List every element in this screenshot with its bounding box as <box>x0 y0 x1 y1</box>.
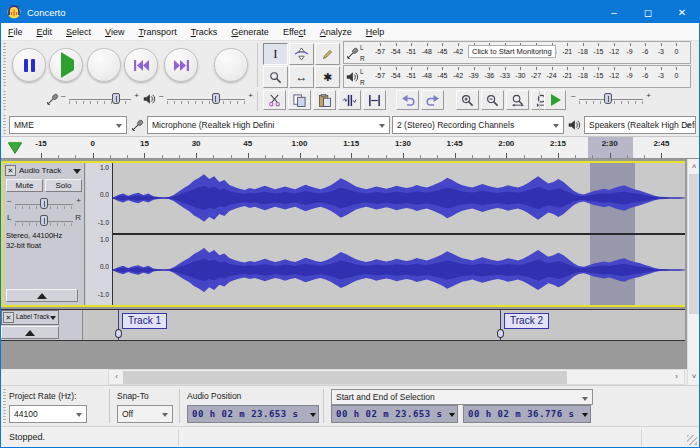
pause-button[interactable] <box>12 48 46 82</box>
timeline-minor-tick <box>282 155 283 158</box>
track-menu-arrow-icon[interactable] <box>50 316 56 320</box>
selection-tool[interactable]: I <box>263 43 288 65</box>
recording-device-select[interactable]: Microphone (Realtek High Defini <box>147 116 390 134</box>
scroll-right-icon[interactable]: › <box>670 370 683 384</box>
menu-view[interactable]: View <box>98 25 131 39</box>
playback-meter[interactable]: LR-57-54-51-48-45-42-39-36-33-30-27-24-2… <box>343 65 691 88</box>
timeshift-tool[interactable]: ↔ <box>289 66 314 88</box>
waveform-display[interactable] <box>113 163 685 305</box>
play-speed-thumb[interactable] <box>604 93 612 104</box>
transport-toolbar-grip[interactable] <box>3 43 6 87</box>
maximize-button[interactable]: ◻ <box>631 1 665 23</box>
timeline-pin-button[interactable] <box>4 139 26 156</box>
menu-generate[interactable]: Generate <box>224 25 276 39</box>
menu-transport[interactable]: Transport <box>131 25 183 39</box>
project-rate-select[interactable]: 44100 <box>9 405 87 423</box>
play-at-speed-button[interactable] <box>544 90 566 110</box>
label-track-title[interactable]: Label Track <box>16 313 50 320</box>
track-menu-arrow-icon[interactable] <box>73 169 81 174</box>
menu-tracks[interactable]: Tracks <box>184 25 225 39</box>
menu-help[interactable]: Help <box>359 25 392 39</box>
menu-edit[interactable]: Edit <box>30 25 60 39</box>
skip-to-start-button[interactable] <box>124 48 158 82</box>
title-bar[interactable]: Concerto – ◻ ✕ <box>1 1 699 23</box>
audio-track-title[interactable]: Audio Track <box>19 166 61 175</box>
snap-to-select[interactable]: Off <box>117 405 173 423</box>
mixer-toolbar-grip[interactable] <box>3 91 6 111</box>
playback-device-select[interactable]: Speakers (Realtek High Definiti <box>584 116 696 134</box>
menu-select[interactable]: Select <box>59 25 98 39</box>
zoom-tool[interactable] <box>263 66 288 88</box>
scroll-up-icon[interactable]: ˄ <box>688 160 700 174</box>
menu-effect[interactable]: Effect <box>276 25 313 39</box>
trim-audio-button[interactable] <box>338 90 361 110</box>
close-button[interactable]: ✕ <box>665 1 699 23</box>
collapse-track-button[interactable] <box>6 289 78 302</box>
horizontal-scroll-thumb[interactable] <box>123 371 567 384</box>
playback-volume-slider[interactable]: –+ <box>159 91 253 107</box>
stop-button[interactable] <box>87 48 121 82</box>
monitor-overlay[interactable]: Click to Start Monitoring <box>468 45 556 58</box>
multi-tool[interactable]: ✱ <box>315 66 340 88</box>
meter-tick-mark <box>411 67 412 70</box>
selection-start-field[interactable]: 00 h 02 m 23.653 s <box>331 405 458 423</box>
selection-toolbar-grip[interactable] <box>3 389 6 423</box>
device-toolbar-grip[interactable] <box>3 115 6 135</box>
timeline-ruler[interactable]: -1501530451:001:151:301:452:002:152:302:… <box>1 137 699 159</box>
solo-button[interactable]: Solo <box>45 179 82 192</box>
playback-volume-thumb[interactable] <box>212 93 220 104</box>
vertical-scroll-thumb[interactable] <box>689 174 700 314</box>
close-track-icon[interactable]: ✕ <box>3 312 14 323</box>
zoom-in-button[interactable] <box>456 90 479 110</box>
scroll-left-icon[interactable]: ‹ <box>110 370 123 384</box>
minimize-button[interactable]: – <box>597 1 631 23</box>
cut-button[interactable] <box>263 90 286 110</box>
close-track-icon[interactable]: ✕ <box>5 165 16 176</box>
vertical-ruler[interactable]: 1.00.0-1.01.00.0-1.0 <box>86 163 113 305</box>
horizontal-scrollbar[interactable]: ‹ › <box>108 369 685 385</box>
redo-button[interactable] <box>421 90 444 110</box>
skip-start-icon <box>133 59 150 72</box>
label-track[interactable]: ✕ Label Track Track 1Track 2 <box>1 309 685 341</box>
scroll-down-icon[interactable]: ˅ <box>688 370 700 384</box>
play-button[interactable] <box>49 48 83 82</box>
fit-selection-button[interactable] <box>506 90 529 110</box>
pan-slider[interactable]: LR <box>7 213 81 229</box>
play-speed-slider[interactable]: –+ <box>571 91 651 107</box>
silence-audio-button[interactable] <box>363 90 386 110</box>
vertical-scrollbar[interactable]: ˄ ˅ <box>687 159 700 385</box>
audio-position-field[interactable]: 00 h 02 m 23.653 s <box>187 405 319 423</box>
gain-slider[interactable]: –+ <box>7 196 81 212</box>
track-area[interactable]: ✕ Audio Track Mute Solo –+ LR Stereo, 44… <box>1 159 687 369</box>
zoom-out-button[interactable] <box>481 90 504 110</box>
pan-thumb[interactable] <box>40 215 48 226</box>
undo-button[interactable] <box>396 90 419 110</box>
recording-channels-select[interactable]: 2 (Stereo) Recording Channels <box>392 116 564 134</box>
recording-volume-slider[interactable]: –+ <box>61 91 139 107</box>
mute-button[interactable]: Mute <box>6 179 43 192</box>
gain-thumb[interactable] <box>40 198 48 209</box>
silence-icon <box>367 94 382 107</box>
recording-volume-thumb[interactable] <box>112 93 120 104</box>
record-button[interactable] <box>214 48 248 82</box>
envelope-tool[interactable] <box>289 43 314 65</box>
resize-grip[interactable] <box>687 435 697 445</box>
audio-track[interactable]: ✕ Audio Track Mute Solo –+ LR Stereo, 44… <box>1 161 685 307</box>
draw-tool[interactable] <box>315 43 340 65</box>
recording-meter[interactable]: LR-57-54-51-48-45-42-39-36-33-30-27-24-2… <box>343 41 691 64</box>
collapse-track-button[interactable] <box>1 326 59 339</box>
menu-file[interactable]: File <box>1 25 30 39</box>
label-text-box[interactable]: Track 2 <box>504 313 549 329</box>
paste-button[interactable] <box>313 90 336 110</box>
selection-end-field[interactable]: 00 h 02 m 36.776 s <box>463 405 591 423</box>
copy-button[interactable] <box>288 90 311 110</box>
audio-host-select[interactable]: MME <box>9 116 127 134</box>
label-handle[interactable] <box>115 329 122 338</box>
timeline-tick <box>558 153 559 158</box>
skip-to-end-button[interactable] <box>164 48 198 82</box>
selection-mode-select[interactable]: Start and End of Selection <box>331 389 593 405</box>
label-handle[interactable] <box>497 329 504 338</box>
minus-label: – <box>571 91 575 100</box>
label-text-box[interactable]: Track 1 <box>122 313 167 329</box>
menu-analyze[interactable]: Analyze <box>313 25 359 39</box>
